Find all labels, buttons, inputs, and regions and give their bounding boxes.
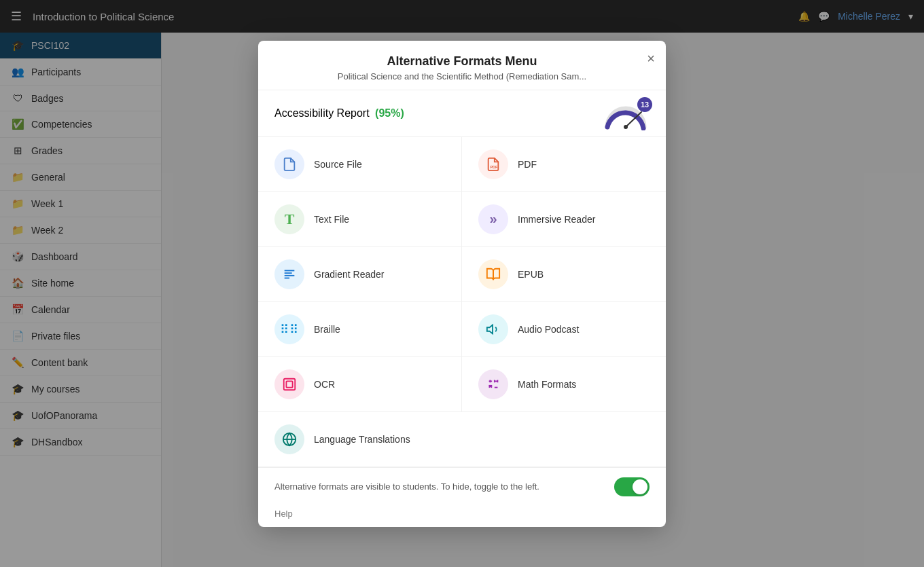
immersive-reader-label: Immersive Reader: [518, 214, 595, 225]
ocr-icon: [274, 369, 304, 399]
source-file-label: Source File: [314, 159, 362, 170]
svg-point-1: [624, 125, 628, 129]
format-item-ocr[interactable]: OCR: [258, 357, 462, 412]
accessibility-label: Accessibility Report (95%): [274, 107, 404, 120]
language-translations-label: Language Translations: [314, 434, 410, 445]
gradient-reader-label: Gradient Reader: [314, 269, 385, 280]
visibility-toggle[interactable]: [614, 477, 650, 496]
svg-rect-8: [284, 378, 296, 390]
epub-label: EPUB: [518, 269, 544, 280]
format-item-math-formats[interactable]: Math Formats: [462, 357, 666, 412]
format-item-gradient-reader[interactable]: Gradient Reader: [258, 247, 462, 302]
braille-label: Braille: [314, 324, 340, 335]
modal-close-button[interactable]: ×: [647, 52, 655, 65]
format-item-epub[interactable]: EPUB: [462, 247, 666, 302]
format-item-language-translations[interactable]: Language Translations: [258, 412, 666, 467]
help-link[interactable]: Help: [258, 506, 666, 527]
svg-text:PDF: PDF: [490, 165, 498, 169]
format-item-text-file[interactable]: T Text File: [258, 192, 462, 247]
accessibility-percent: (95%): [375, 107, 404, 119]
accessibility-text: Accessibility Report: [274, 107, 370, 119]
modal-title: Alternative Formats Menu: [274, 54, 650, 69]
footer-text: Alternative formats are visible to stude…: [274, 481, 539, 492]
math-formats-label: Math Formats: [518, 379, 576, 390]
modal-footer: Alternative formats are visible to stude…: [258, 468, 666, 506]
ocr-label: OCR: [314, 379, 335, 390]
format-item-braille[interactable]: ⠿⠿ Braille: [258, 302, 462, 357]
modal-header: Alternative Formats Menu Political Scien…: [258, 41, 666, 90]
math-formats-icon: [478, 369, 508, 399]
format-grid: Source File PDF PDF T Text File: [258, 137, 666, 468]
language-translations-icon: [274, 424, 304, 454]
modal-overlay[interactable]: Alternative Formats Menu Political Scien…: [0, 0, 924, 567]
format-item-immersive-reader[interactable]: » Immersive Reader: [462, 192, 666, 247]
gauge-container: 13: [602, 100, 650, 127]
braille-icon: ⠿⠿: [274, 314, 304, 344]
pdf-label: PDF: [518, 159, 537, 170]
text-file-icon: T: [274, 204, 304, 234]
pdf-icon: PDF: [478, 149, 508, 179]
text-file-label: Text File: [314, 214, 349, 225]
svg-marker-7: [487, 325, 493, 333]
accessibility-report-row[interactable]: Accessibility Report (95%) 13: [258, 90, 666, 137]
format-item-audio-podcast[interactable]: Audio Podcast: [462, 302, 666, 357]
format-item-pdf[interactable]: PDF PDF: [462, 137, 666, 192]
immersive-reader-icon: »: [478, 204, 508, 234]
audio-podcast-label: Audio Podcast: [518, 324, 579, 335]
modal-subtitle: Political Science and the Scientific Met…: [274, 71, 650, 81]
svg-rect-9: [286, 381, 292, 387]
source-file-icon: [274, 149, 304, 179]
audio-podcast-icon: [478, 314, 508, 344]
gauge-badge: 13: [637, 97, 652, 112]
epub-icon: [478, 259, 508, 289]
alternative-formats-modal: Alternative Formats Menu Political Scien…: [258, 41, 666, 527]
format-item-source-file[interactable]: Source File: [258, 137, 462, 192]
gradient-reader-icon: [274, 259, 304, 289]
